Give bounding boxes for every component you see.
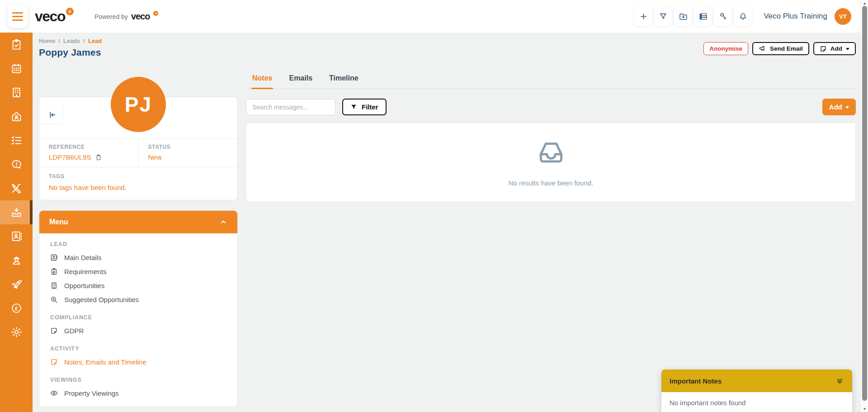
sidebar-item-feedback[interactable]: [0, 152, 33, 176]
menu-item-label: Notes, Emails and Timeline: [64, 358, 146, 366]
logo-text: veco: [35, 9, 65, 24]
sidebar-item-checklist[interactable]: [0, 128, 33, 152]
status-cell: STATUS New: [138, 139, 238, 167]
notifications-button[interactable]: [734, 6, 752, 26]
hamburger-menu-button[interactable]: [7, 5, 28, 28]
breadcrumb-leads[interactable]: Leads: [63, 38, 80, 44]
building-icon: [50, 282, 58, 289]
sidebar-item-finance[interactable]: £: [0, 296, 33, 320]
tags-empty-message: No tags have been found.: [49, 184, 127, 191]
menu-item-opportunities[interactable]: Opportunities: [50, 279, 226, 293]
empty-inbox-icon: [537, 138, 566, 167]
key-icon: [718, 12, 728, 21]
eye-icon: [50, 389, 58, 397]
sidebar-item-contractors[interactable]: [0, 248, 33, 272]
sidebar-item-leads[interactable]: [0, 200, 33, 224]
menu-section-activity: ACTIVITY Notes, Emails and Timeline: [50, 346, 226, 369]
breadcrumb-lead: Lead: [88, 38, 102, 44]
menu-item-main-details[interactable]: Main Details: [50, 251, 226, 265]
send-email-button[interactable]: Send Email: [752, 42, 809, 55]
page-header-row: Home / Leads / Lead Poppy James Anonymis…: [39, 38, 856, 58]
note-icon: [50, 327, 58, 335]
powered-by: Powered by veco +: [94, 12, 159, 21]
header-actions: Veco Plus Training VT: [633, 6, 860, 26]
table-view-button[interactable]: [694, 6, 712, 26]
filter-label: Filter: [362, 103, 378, 111]
sidebar-item-properties[interactable]: [0, 81, 33, 104]
breadcrumb-separator: /: [83, 38, 85, 44]
filter-button[interactable]: [654, 6, 672, 26]
user-avatar[interactable]: VT: [835, 8, 851, 25]
powered-by-logo: veco: [131, 12, 150, 21]
lead-avatar: PJ: [111, 77, 166, 132]
collapse-left-icon: [47, 110, 57, 119]
menu-item-label: Opportunities: [64, 282, 104, 289]
account-name[interactable]: Veco Plus Training: [764, 12, 827, 21]
search-plus-icon: [50, 296, 58, 303]
add-dropdown-button[interactable]: Add: [813, 42, 856, 55]
folder-download-button[interactable]: [674, 6, 692, 26]
notes-toolbar: Filter Add: [246, 99, 856, 115]
menu-section-lead: LEAD Main Details Requirements Opportuni…: [50, 241, 226, 307]
worker-icon: [10, 254, 23, 266]
tab-emails[interactable]: Emails: [288, 72, 313, 88]
page-title: Poppy James: [39, 47, 102, 58]
reference-cell: REFERENCE LDP7B6UL9S: [39, 139, 138, 167]
reference-label: REFERENCE: [49, 144, 138, 150]
scrollbar-up-arrow[interactable]: ▲: [861, 0, 868, 6]
filter-messages-button[interactable]: Filter: [342, 99, 387, 115]
menu-card-header[interactable]: Menu: [39, 211, 237, 233]
logo-plus-badge: +: [66, 8, 74, 15]
important-notes-header[interactable]: Important Notes: [661, 369, 852, 392]
clipboard-icon: [50, 268, 58, 275]
calendar-icon: [10, 62, 23, 75]
hamburger-icon: [12, 12, 23, 14]
sidebar-item-tasks[interactable]: [0, 33, 33, 57]
breadcrumb-home[interactable]: Home: [39, 38, 55, 44]
collapse-panel-button[interactable]: [41, 106, 63, 124]
reference-value[interactable]: LDP7B6UL9S: [49, 153, 91, 161]
menu-item-label: GDPR: [64, 327, 84, 335]
sidebar-item-contacts[interactable]: [0, 224, 33, 248]
profile-card: PJ REFERENCE LDP7B6UL9S STATUS: [39, 97, 238, 200]
sidebar-item-calendar[interactable]: [0, 57, 33, 81]
sidebar-item-maintenance[interactable]: [0, 176, 33, 200]
pound-icon: £: [10, 302, 23, 314]
add-new-button[interactable]: [634, 6, 652, 26]
menu-card: Menu LEAD Main Details Requirements: [39, 210, 238, 407]
menu-item-label: Property Viewings: [64, 389, 119, 397]
anonymise-button[interactable]: Anonymise: [703, 42, 748, 55]
double-chevron-down-icon: [835, 377, 844, 385]
menu-section-label: LEAD: [50, 241, 226, 247]
menu-item-gdpr[interactable]: GDPR: [50, 324, 226, 338]
menu-section-label: ACTIVITY: [50, 346, 226, 352]
page-scrollbar[interactable]: ▲ ▼: [860, 0, 868, 412]
sidebar-item-settings[interactable]: [0, 320, 33, 344]
tab-notes[interactable]: Notes: [251, 72, 273, 88]
add-note-button[interactable]: Add: [822, 99, 856, 115]
filter-icon: [659, 12, 668, 21]
rocket-icon: [10, 278, 23, 290]
scrollbar-down-arrow[interactable]: ▼: [861, 406, 868, 412]
breadcrumb-separator: /: [58, 38, 60, 44]
lead-summary-column: PJ REFERENCE LDP7B6UL9S STATUS: [39, 58, 238, 407]
plus-icon: [639, 12, 648, 21]
activity-tabs: Notes Emails Timeline: [246, 72, 856, 89]
important-notes-empty-message: No important notes found: [661, 392, 852, 412]
permissions-button[interactable]: [714, 6, 732, 26]
menu-item-suggested-opportunities[interactable]: Suggested Opportunities: [50, 293, 226, 307]
scrollbar-thumb[interactable]: [862, 6, 867, 401]
menu-item-notes-emails-timeline[interactable]: Notes, Emails and Timeline: [50, 355, 226, 369]
menu-item-label: Suggested Opportunities: [64, 296, 139, 303]
send-email-label: Send Email: [770, 45, 803, 52]
menu-item-requirements[interactable]: Requirements: [50, 265, 226, 279]
copy-icon[interactable]: [95, 154, 102, 161]
breadcrumb: Home / Leads / Lead: [39, 38, 102, 44]
menu-item-property-viewings[interactable]: Property Viewings: [50, 386, 226, 400]
tab-timeline[interactable]: Timeline: [328, 72, 359, 88]
sidebar-item-marketing[interactable]: [0, 272, 33, 296]
menu-item-label: Main Details: [64, 254, 102, 261]
menu-item-label: Requirements: [64, 268, 106, 275]
search-messages-input[interactable]: [246, 99, 335, 115]
sidebar-item-landlords[interactable]: [0, 104, 33, 128]
